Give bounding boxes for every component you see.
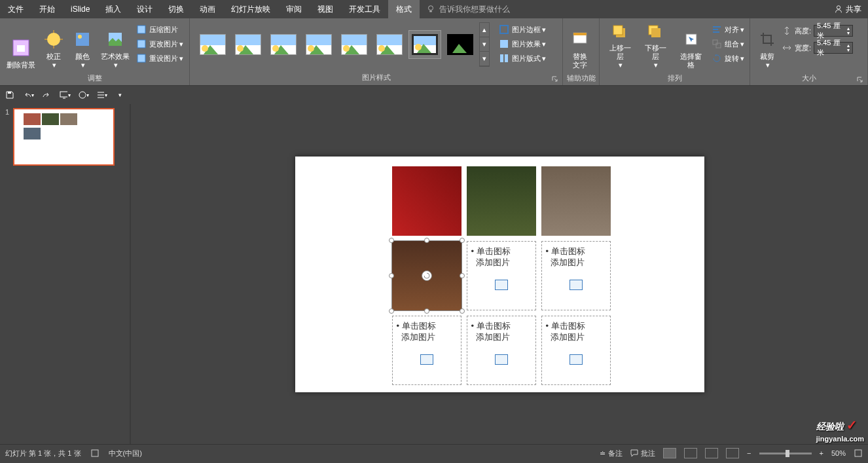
color-button[interactable]: 颜色▾ bbox=[68, 20, 97, 72]
insert-picture-icon[interactable] bbox=[495, 280, 508, 290]
notes-button[interactable]: ≐ 备注 bbox=[600, 449, 623, 458]
qat-button-6[interactable]: ▾ bbox=[96, 89, 107, 101]
zoom-out-button[interactable]: − bbox=[747, 449, 751, 457]
picture-placeholder[interactable]: • 单击图标 添加图片 bbox=[467, 316, 536, 385]
normal-view-button[interactable] bbox=[663, 448, 676, 458]
picture-styles-gallery[interactable]: ▴ ▾ ▾ bbox=[192, 20, 492, 69]
zoom-in-button[interactable]: + bbox=[820, 449, 823, 457]
book-icon bbox=[90, 449, 99, 458]
picture-effects-button[interactable]: 图片效果▾ bbox=[496, 37, 549, 51]
resize-handle[interactable] bbox=[460, 273, 465, 278]
width-input[interactable]: 5.45 厘米▴▾ bbox=[814, 42, 853, 54]
tab-animation[interactable]: 动画 bbox=[192, 0, 223, 18]
align-button[interactable]: 对齐▾ bbox=[709, 22, 747, 37]
svg-point-0 bbox=[429, 6, 433, 10]
forward-icon bbox=[609, 22, 630, 41]
resize-handle[interactable] bbox=[389, 273, 394, 278]
reading-view-button[interactable] bbox=[705, 448, 718, 458]
style-thumb-5[interactable] bbox=[338, 30, 371, 59]
tab-view[interactable]: 视图 bbox=[310, 0, 341, 18]
resize-handle[interactable] bbox=[460, 238, 465, 243]
fit-to-window-button[interactable] bbox=[854, 449, 863, 458]
picture-border-button[interactable]: 图片边框▾ bbox=[496, 22, 549, 37]
tab-review[interactable]: 审阅 bbox=[278, 0, 310, 18]
tab-home[interactable]: 开始 bbox=[31, 0, 63, 18]
slide-thumbnail-panel[interactable]: 1 bbox=[0, 104, 131, 444]
remove-background-button[interactable]: 删除背景 bbox=[3, 20, 39, 72]
tab-dev[interactable]: 开发工具 bbox=[341, 0, 388, 18]
qat-button-5[interactable]: ▾ bbox=[77, 89, 89, 101]
zoom-slider[interactable] bbox=[759, 453, 812, 454]
style-thumb-7[interactable] bbox=[408, 30, 441, 59]
bring-forward-button[interactable]: 上移一层▾ bbox=[602, 20, 638, 72]
send-backward-button[interactable]: 下移一层▾ bbox=[638, 20, 673, 72]
tab-file[interactable]: 文件 bbox=[0, 0, 31, 18]
resize-handle[interactable] bbox=[424, 308, 429, 314]
tab-insert[interactable]: 插入 bbox=[98, 0, 129, 18]
rotate-button[interactable]: 旋转▾ bbox=[709, 51, 747, 65]
qat-customize[interactable]: ▾ bbox=[114, 89, 126, 101]
grid-image-4-selected[interactable] bbox=[392, 241, 461, 310]
slide-editor[interactable]: • 单击图标 添加图片 • 单击图标 添加图片 • 单击图标 添加图片 • 单击… bbox=[131, 104, 868, 444]
tab-design[interactable]: 设计 bbox=[129, 0, 160, 18]
grid-image-3[interactable] bbox=[541, 166, 611, 236]
sorter-view-button[interactable] bbox=[684, 448, 697, 458]
crop-button[interactable]: 裁剪▾ bbox=[753, 20, 782, 72]
style-thumb-8[interactable] bbox=[444, 30, 477, 59]
picture-placeholder[interactable]: • 单击图标 添加图片 bbox=[541, 241, 611, 310]
comments-button[interactable]: 批注 bbox=[630, 449, 655, 458]
tab-islide[interactable]: iSlide bbox=[63, 0, 98, 18]
slide-canvas[interactable]: • 单击图标 添加图片 • 单击图标 添加图片 • 单击图标 添加图片 • 单击… bbox=[295, 157, 704, 392]
tab-slideshow[interactable]: 幻灯片放映 bbox=[223, 0, 278, 18]
dialog-launcher-icon[interactable] bbox=[552, 76, 558, 83]
dialog-launcher-icon[interactable] bbox=[857, 77, 863, 83]
artistic-effects-button[interactable]: 艺术效果▾ bbox=[97, 20, 134, 72]
style-thumb-4[interactable] bbox=[302, 30, 335, 59]
gallery-expand-icon[interactable]: ▾ bbox=[480, 52, 489, 66]
tab-transition[interactable]: 切换 bbox=[160, 0, 192, 18]
gallery-up-icon[interactable]: ▴ bbox=[480, 23, 489, 37]
style-thumb-1[interactable] bbox=[196, 30, 229, 59]
start-from-beginning-button[interactable]: ▾ bbox=[59, 89, 71, 101]
slide-thumbnail-1[interactable] bbox=[13, 108, 115, 166]
resize-handle[interactable] bbox=[389, 238, 394, 243]
style-thumb-3[interactable] bbox=[267, 30, 300, 59]
style-thumb-6[interactable] bbox=[373, 30, 406, 59]
tell-me-search[interactable]: 告诉我你想要做什么 bbox=[426, 4, 510, 15]
insert-picture-icon[interactable] bbox=[420, 354, 433, 365]
chevron-down-icon: ▾ bbox=[740, 26, 744, 34]
spellcheck-button[interactable] bbox=[90, 449, 99, 458]
group-button[interactable]: 组合▾ bbox=[709, 37, 747, 51]
resize-handle[interactable] bbox=[424, 238, 429, 243]
redo-button[interactable] bbox=[41, 89, 52, 101]
gallery-more[interactable]: ▴ ▾ ▾ bbox=[479, 22, 490, 67]
slideshow-view-button[interactable] bbox=[726, 448, 739, 458]
picture-placeholder[interactable]: • 单击图标 添加图片 bbox=[467, 241, 536, 310]
language-status[interactable]: 中文(中国) bbox=[109, 449, 142, 458]
insert-picture-icon[interactable] bbox=[570, 280, 583, 290]
resize-handle[interactable] bbox=[389, 308, 394, 314]
grid-image-1[interactable] bbox=[392, 166, 461, 236]
alt-text-button[interactable]: 替换 文字 bbox=[566, 20, 594, 72]
picture-layout-button[interactable]: 图片版式▾ bbox=[496, 51, 549, 65]
insert-picture-icon[interactable] bbox=[570, 354, 583, 365]
selection-pane-button[interactable]: 选择窗格 bbox=[674, 20, 709, 72]
height-input[interactable]: 5.45 厘米▴▾ bbox=[814, 25, 853, 37]
share-button[interactable]: 共享 bbox=[834, 0, 861, 18]
tab-format[interactable]: 格式 bbox=[388, 0, 420, 18]
picture-placeholder[interactable]: • 单击图标 添加图片 bbox=[392, 316, 461, 385]
insert-picture-icon[interactable] bbox=[495, 354, 508, 365]
corrections-button[interactable]: 校正▾ bbox=[39, 20, 68, 72]
style-thumb-2[interactable] bbox=[232, 30, 264, 59]
reset-picture-button[interactable]: 重设图片▾ bbox=[134, 51, 186, 65]
grid-image-2[interactable] bbox=[467, 166, 536, 236]
save-button[interactable] bbox=[4, 89, 16, 101]
zoom-level[interactable]: 50% bbox=[831, 449, 846, 457]
rotate-handle[interactable] bbox=[422, 270, 432, 281]
change-picture-button[interactable]: 更改图片▾ bbox=[134, 37, 186, 51]
gallery-down-icon[interactable]: ▾ bbox=[480, 37, 489, 52]
picture-placeholder[interactable]: • 单击图标 添加图片 bbox=[541, 316, 611, 385]
resize-handle[interactable] bbox=[460, 308, 465, 314]
undo-button[interactable]: ▾ bbox=[22, 89, 34, 101]
compress-pictures-button[interactable]: 压缩图片 bbox=[134, 22, 186, 37]
